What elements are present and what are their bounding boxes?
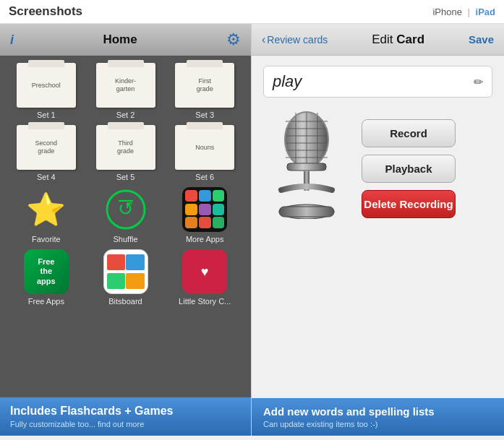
edit-content: play ✏ [252,56,504,398]
app-dot [199,190,211,202]
recording-area: Record Playback Delete Recording [263,105,492,220]
card-text-set5: Thirdgrade [116,138,135,157]
chevron-left-icon: ‹ [262,33,265,46]
microphone-image [263,105,350,220]
app-dot [185,217,197,228]
freeapps-item[interactable]: Freetheapps Free Apps [10,249,82,306]
card-label-set6: Set 6 [195,173,214,181]
app-dot [199,217,211,228]
right-banner-main: Add new words and spelling lists [263,405,492,418]
card-label-set4: Set 4 [37,173,56,181]
word-row: play ✏ [263,66,492,98]
page-header: Screenshots iPhone | iPad [0,0,504,24]
app-dot [185,190,197,202]
buttons-column: Record Playback Delete Recording [362,105,456,218]
device-tabs: iPhone | iPad [432,7,495,17]
panels: i Home ⚙ Preschool Set 1 Kinder-garten S… [0,24,504,436]
bitsboard-label: Bitsboard [108,297,142,306]
bitsboard-icon [96,249,155,294]
edit-card-title: Edit Card [372,33,424,47]
shuffle-label: Shuffle [113,235,137,243]
card-set4[interactable]: Secondgrade Set 4 [10,125,82,181]
shuffle-svg: ↺ [104,188,148,231]
info-icon[interactable]: i [10,33,14,48]
favorite-icon: ⭐ [17,187,76,232]
svg-rect-17 [279,207,334,217]
card-label-set1: Set 1 [37,111,56,119]
card-label-set5: Set 5 [116,173,135,181]
cards-row-3: ⭐ Favorite ↺ Shuffle [10,187,241,243]
card-text-set2: Kinder-garten [114,76,137,95]
back-button[interactable]: ‹ Review cards [262,33,328,46]
card-set1[interactable]: Preschool Set 1 [10,63,82,119]
app-dot [185,204,197,215]
svg-rect-14 [287,163,326,171]
littlestory-label: Little Story C... [179,297,231,306]
card-text-set4: Secondgrade [34,138,59,157]
gear-icon[interactable]: ⚙ [226,30,241,49]
playback-button[interactable]: Playback [362,155,456,183]
delete-recording-button[interactable]: Delete Recording [362,190,456,218]
cards-row-2: Secondgrade Set 4 Thirdgrade Set 5 Nouns… [10,125,241,181]
nav-bold-text: Card [396,33,424,46]
right-banner-sub: Can update existing items too :-) [263,420,492,428]
moreapps-label: More Apps [186,235,224,243]
cards-row-1: Preschool Set 1 Kinder-garten Set 2 Firs… [10,63,241,119]
ipad-tab[interactable]: iPad [476,7,495,17]
cards-area: Preschool Set 1 Kinder-garten Set 2 Firs… [0,56,251,397]
bitsboard-cell [107,273,126,289]
save-button[interactable]: Save [469,33,494,46]
moreapps-icon [175,187,234,232]
iphone-tab[interactable]: iPhone [432,7,461,17]
bitsboard-grid [103,249,148,294]
page-title: Screenshots [9,4,82,19]
card-label-set3: Set 3 [195,111,214,119]
separator: | [468,7,470,17]
card-set6[interactable]: Nouns Set 6 [168,125,241,181]
favorite-item[interactable]: ⭐ Favorite [10,187,82,243]
card-paper-set1: Preschool [17,63,76,108]
right-banner: Add new words and spelling lists Can upd… [252,398,504,436]
little-story-icon: ♥ [182,249,227,294]
moreapps-item[interactable]: More Apps [168,187,241,243]
right-panel: ‹ Review cards Edit Card Save play ✏ [252,24,504,436]
card-text-set6: Nouns [194,142,215,153]
bitsboard-cell [126,273,145,289]
nav-plain-text: Edit [372,33,393,46]
card-paper-set4: Secondgrade [17,125,76,170]
left-banner-sub: Fully customizable too... find out more [10,420,241,428]
card-paper-set5: Thirdgrade [96,125,155,170]
bitsboard-cell [107,254,126,270]
littlestory-item[interactable]: ♥ Little Story C... [168,249,241,306]
left-panel: i Home ⚙ Preschool Set 1 Kinder-garten S… [0,24,252,436]
record-button[interactable]: Record [362,119,456,147]
freeapps-icon: Freetheapps [17,249,76,294]
card-set5[interactable]: Thirdgrade Set 5 [90,125,162,181]
shuffle-icon: ↺ [96,187,155,232]
favorite-label: Favorite [32,235,61,243]
card-paper-set2: Kinder-garten [96,63,155,108]
freeapps-label: Free Apps [28,297,64,306]
right-navbar: ‹ Review cards Edit Card Save [252,24,504,56]
app-navbar: i Home ⚙ [0,24,251,56]
app-dot [213,217,225,228]
card-paper-set3: Firstgrade [175,63,234,108]
app-dot [213,204,225,215]
bitsboard-item[interactable]: Bitsboard [90,249,162,306]
app-dot [213,190,225,202]
card-set2[interactable]: Kinder-garten Set 2 [90,63,162,119]
word-value: play [273,72,468,91]
microphone-svg [267,107,346,219]
card-label-set2: Set 2 [116,111,135,119]
pencil-icon[interactable]: ✏ [474,75,483,89]
app-dot [199,204,211,215]
left-banner: Includes Flashcards + Games Fully custom… [0,397,251,436]
shuffle-item[interactable]: ↺ Shuffle [90,187,162,243]
more-apps-grid [182,187,227,232]
card-set3[interactable]: Firstgrade Set 3 [168,63,241,119]
free-apps-icon: Freetheapps [24,249,69,294]
card-paper-set6: Nouns [175,125,234,170]
littlestory-icon: ♥ [175,249,234,294]
left-banner-main: Includes Flashcards + Games [10,405,241,418]
card-text-set3: Firstgrade [195,76,215,95]
